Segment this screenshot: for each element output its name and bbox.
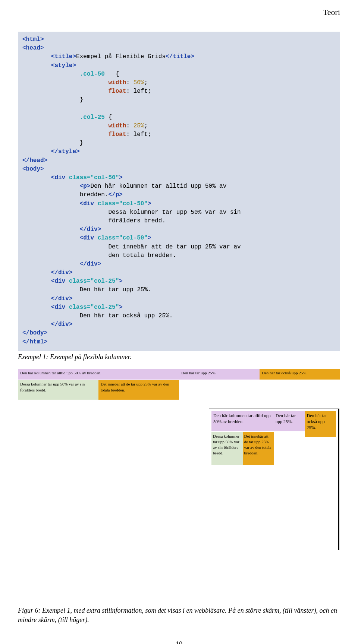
col-25-a: Den här tar upp 25%. — [274, 411, 305, 431]
header-rule — [18, 18, 340, 18]
code-tag: <div — [80, 235, 98, 241]
code-tag: </body> — [22, 330, 47, 336]
code-text: den totala bredden. — [22, 252, 176, 259]
code-tag: </div> — [51, 295, 73, 302]
col-25-b-text: Den här tar också upp 25%. — [260, 369, 340, 380]
nested-text-b: Det innebär att de tar upp 25% var av de… — [243, 432, 274, 464]
code-text: Dessa kolumner tar upp 50% var av sin — [22, 209, 241, 216]
code-tag: <div — [80, 200, 98, 207]
nested-col-b: Det innebär att de tar upp 25% var av de… — [98, 380, 179, 400]
code-tag: <div — [51, 278, 69, 285]
section-title: Teori — [323, 7, 340, 17]
code-text: bredden. — [22, 191, 108, 198]
inner-row: Dessa kolumner tar upp 50% var av sin fö… — [18, 380, 179, 400]
col-50: Den här kolumnen tar alltid upp 50% av b… — [211, 411, 274, 465]
code-attr: class= — [98, 200, 119, 207]
nested-col-a: Dessa kolumner tar upp 50% var av sin fö… — [211, 432, 243, 464]
col-50-text: Den här kolumnen tar alltid upp 50% av b… — [18, 369, 179, 380]
code-tag: <style> — [51, 62, 76, 69]
code-text: Den här tar också upp 25%. — [22, 313, 173, 319]
col-25-a-text: Den här tar upp 25%. — [274, 411, 305, 431]
col-25-b: Den här tar också upp 25%. — [305, 411, 336, 438]
col-50: Den här kolumnen tar alltid upp 50% av b… — [18, 369, 179, 400]
code-text: Den här kolumnen tar alltid upp 50% av — [90, 183, 226, 190]
code-tag: </p> — [108, 191, 122, 198]
col-25-a: Den här tar upp 25%. — [179, 369, 260, 380]
code-text: förälders bredd. — [22, 218, 166, 224]
col-25-a-text: Den här tar upp 25%. — [179, 369, 260, 380]
code-tag: <head> — [22, 45, 44, 51]
css-prop: width — [108, 123, 126, 129]
code-attr: class= — [69, 304, 91, 311]
code-attr-val: "col-50" — [119, 235, 148, 241]
code-tag: </div> — [51, 269, 73, 276]
css-prop: width — [108, 79, 126, 86]
demo-narrow-frame: Den här kolumnen tar alltid upp 50% av b… — [209, 409, 339, 550]
code-text: Den här tar upp 25%. — [22, 286, 151, 293]
page-header: Teori — [0, 0, 358, 20]
code-attr-val: "col-25" — [90, 278, 119, 285]
nested-text-a: Dessa kolumner tar upp 50% var av sin fö… — [18, 380, 98, 400]
code-tag: </title> — [166, 53, 194, 60]
code-tag: <body> — [22, 166, 44, 172]
nested-text-b: Det innebär att de tar upp 25% var av de… — [98, 380, 179, 400]
col-25-b-text: Den här tar också upp 25%. — [305, 411, 336, 438]
code-tag: </head> — [22, 157, 47, 164]
code-tag: </div> — [80, 226, 101, 233]
col-25-b: Den här tar också upp 25%. — [260, 369, 340, 380]
demo-wide: Den här kolumnen tar alltid upp 50% av b… — [18, 369, 340, 400]
code-tag: </style> — [51, 148, 80, 155]
code-attr-val: "col-25" — [90, 304, 119, 311]
css-value: 50% — [134, 79, 144, 86]
code-text: Det innebär att de tar upp 25% var av — [22, 244, 241, 250]
code-attr: class= — [69, 174, 91, 181]
code-tag: <div — [51, 304, 69, 311]
demo-row: Den här kolumnen tar alltid upp 50% av b… — [211, 411, 336, 465]
code-attr-val: "col-50" — [119, 200, 148, 207]
css-value: 25% — [134, 123, 144, 129]
demo-row: Den här kolumnen tar alltid upp 50% av b… — [18, 369, 340, 400]
code-tag: <p> — [80, 183, 91, 190]
nested-text-a: Dessa kolumner tar upp 50% var av sin fö… — [211, 432, 243, 464]
content: <html> <head> <title>Exempel på Flexible… — [0, 20, 358, 400]
figure-caption: Figur 6: Exempel 1, med extra stilinform… — [18, 606, 340, 625]
css-selector: .col-50 — [80, 71, 105, 77]
code-tag: </div> — [80, 261, 101, 267]
nested-col-b: Det innebär att de tar upp 25% var av de… — [243, 432, 274, 464]
css-selector: .col-25 — [80, 114, 105, 121]
code-attr: class= — [69, 278, 91, 285]
col-50-text: Den här kolumnen tar alltid upp 50% av b… — [211, 411, 274, 431]
css-prop: float — [108, 88, 126, 95]
code-tag: <title> — [51, 53, 76, 60]
code-text: Exempel på Flexible Grids — [76, 53, 166, 60]
code-block: <html> <head> <title>Exempel på Flexible… — [18, 32, 340, 351]
css-prop: float — [108, 131, 126, 138]
code-tag: <html> — [22, 36, 44, 43]
code-tag: <div — [51, 174, 69, 181]
code-tag: </div> — [51, 321, 73, 328]
page-number: 10 — [0, 640, 358, 644]
code-attr: class= — [98, 235, 119, 241]
code-attr-val: "col-50" — [90, 174, 119, 181]
inner-row: Dessa kolumner tar upp 50% var av sin fö… — [211, 432, 274, 464]
example-caption: Exempel 1: Exempel på flexibla kolumner. — [18, 353, 340, 361]
demo-narrow: Den här kolumnen tar alltid upp 50% av b… — [209, 409, 339, 550]
code-tag: </html> — [22, 339, 47, 345]
nested-col-a: Dessa kolumner tar upp 50% var av sin fö… — [18, 380, 98, 400]
